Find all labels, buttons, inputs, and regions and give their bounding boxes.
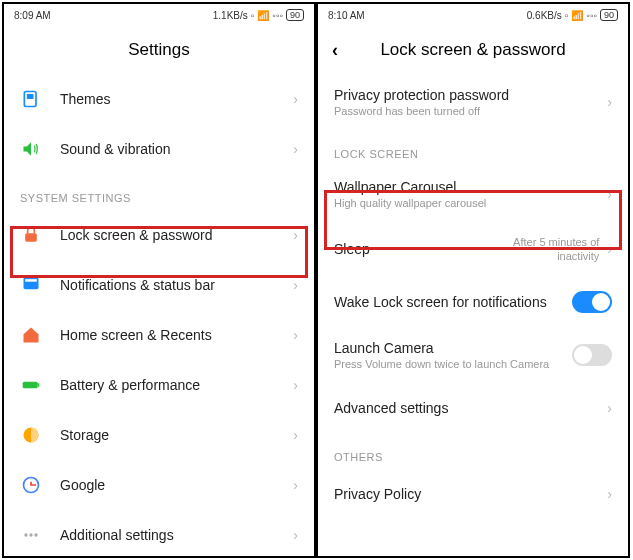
status-bar: 8:10 AM 0.6KB/s ▫ 📶 ◦◦◦ 90 [318, 4, 628, 26]
row-label: Google [60, 477, 105, 493]
svg-rect-1 [27, 94, 34, 99]
chevron-right-icon: › [293, 141, 298, 157]
row-themes[interactable]: Themes › [4, 74, 314, 124]
themes-icon [20, 88, 42, 110]
row-advanced[interactable]: Advanced settings › [318, 383, 628, 433]
row-label: Storage [60, 427, 109, 443]
row-label: Home screen & Recents [60, 327, 212, 343]
svg-point-9 [24, 533, 27, 536]
svg-rect-6 [38, 383, 40, 386]
settings-screen: 8:09 AM 1.1KB/s ▫ 📶 ◦◦◦ 90 Settings Them… [2, 2, 316, 558]
chevron-right-icon: › [293, 327, 298, 343]
signal-icon: 📶 [571, 10, 583, 21]
battery-icon: 90 [286, 9, 304, 21]
row-privacy-password[interactable]: Privacy protection password Password has… [318, 74, 628, 130]
row-label: Wallpaper Carousel [334, 179, 599, 195]
row-label: Privacy Policy [334, 486, 421, 502]
row-label: Privacy protection password [334, 87, 599, 103]
clock: 8:10 AM [328, 10, 365, 21]
row-storage[interactable]: Storage › [4, 410, 314, 460]
svg-point-11 [34, 533, 37, 536]
row-home-recents[interactable]: Home screen & Recents › [4, 310, 314, 360]
header: Settings [4, 26, 314, 74]
status-bar: 8:09 AM 1.1KB/s ▫ 📶 ◦◦◦ 90 [4, 4, 314, 26]
svg-rect-5 [23, 382, 38, 389]
chevron-right-icon: › [607, 400, 612, 416]
chevron-right-icon: › [293, 377, 298, 393]
wifi-icon: ◦◦◦ [586, 10, 597, 21]
row-privacy-policy[interactable]: Privacy Policy › [318, 469, 628, 519]
row-label: Wake Lock screen for notifications [334, 294, 547, 310]
section-system-settings: SYSTEM SETTINGS [4, 174, 314, 210]
row-google[interactable]: Google › [4, 460, 314, 510]
google-icon [20, 474, 42, 496]
wifi-icon: ◦◦◦ [272, 10, 283, 21]
chevron-right-icon: › [293, 527, 298, 543]
battery-performance-icon [20, 374, 42, 396]
chevron-right-icon: › [293, 477, 298, 493]
row-additional[interactable]: Additional settings › [4, 510, 314, 558]
row-label: Lock screen & password [60, 227, 213, 243]
lock-screen-settings-screen: 8:10 AM 0.6KB/s ▫ 📶 ◦◦◦ 90 ‹ Lock screen… [316, 2, 630, 558]
status-icons: 1.1KB/s ▫ 📶 ◦◦◦ 90 [213, 9, 304, 21]
chevron-right-icon: › [607, 241, 612, 257]
row-notifications[interactable]: Notifications & status bar › [4, 260, 314, 310]
back-button[interactable]: ‹ [332, 40, 338, 61]
page-title: Lock screen & password [380, 40, 565, 60]
page-title: Settings [128, 40, 189, 60]
notifications-icon [20, 274, 42, 296]
sim-icon: ▫ [565, 10, 569, 21]
chevron-right-icon: › [293, 427, 298, 443]
row-label: Battery & performance [60, 377, 200, 393]
row-value: After 5 minutes of inactivity [479, 235, 599, 264]
chevron-right-icon: › [607, 94, 612, 110]
signal-icon: 📶 [257, 10, 269, 21]
clock: 8:09 AM [14, 10, 51, 21]
header: ‹ Lock screen & password [318, 26, 628, 74]
additional-icon [20, 524, 42, 546]
row-lock-screen-password[interactable]: Lock screen & password › [4, 210, 314, 260]
row-label: Notifications & status bar [60, 277, 215, 293]
row-launch-camera[interactable]: Launch Camera Press Volume down twice to… [318, 327, 628, 383]
chevron-right-icon: › [293, 227, 298, 243]
toggle-on[interactable] [572, 291, 612, 313]
row-label: Themes [60, 91, 111, 107]
home-icon [20, 324, 42, 346]
storage-icon [20, 424, 42, 446]
svg-rect-4 [25, 279, 37, 282]
battery-icon: 90 [600, 9, 618, 21]
row-battery[interactable]: Battery & performance › [4, 360, 314, 410]
status-icons: 0.6KB/s ▫ 📶 ◦◦◦ 90 [527, 9, 618, 21]
row-subtitle: Password has been turned off [334, 105, 599, 117]
row-label: Advanced settings [334, 400, 448, 416]
chevron-right-icon: › [607, 486, 612, 502]
row-label: Additional settings [60, 527, 174, 543]
row-label: Sound & vibration [60, 141, 171, 157]
row-label: Sleep [334, 241, 370, 257]
chevron-right-icon: › [293, 277, 298, 293]
row-label: Launch Camera [334, 340, 572, 356]
lock-icon [20, 224, 42, 246]
row-subtitle: High quality wallpaper carousel [334, 197, 599, 209]
sim-icon: ▫ [251, 10, 255, 21]
section-others: OTHERS [318, 433, 628, 469]
row-wake-notifications[interactable]: Wake Lock screen for notifications [318, 277, 628, 327]
chevron-right-icon: › [293, 91, 298, 107]
row-subtitle: Press Volume down twice to launch Camera [334, 358, 572, 370]
row-sleep[interactable]: Sleep After 5 minutes of inactivity › [318, 222, 628, 277]
svg-rect-2 [25, 233, 37, 241]
svg-point-10 [29, 533, 32, 536]
row-wallpaper-carousel[interactable]: Wallpaper Carousel High quality wallpape… [318, 166, 628, 222]
toggle-off[interactable] [572, 344, 612, 366]
section-lock-screen: LOCK SCREEN [318, 130, 628, 166]
chevron-right-icon: › [607, 186, 612, 202]
sound-icon [20, 138, 42, 160]
row-sound[interactable]: Sound & vibration › [4, 124, 314, 174]
